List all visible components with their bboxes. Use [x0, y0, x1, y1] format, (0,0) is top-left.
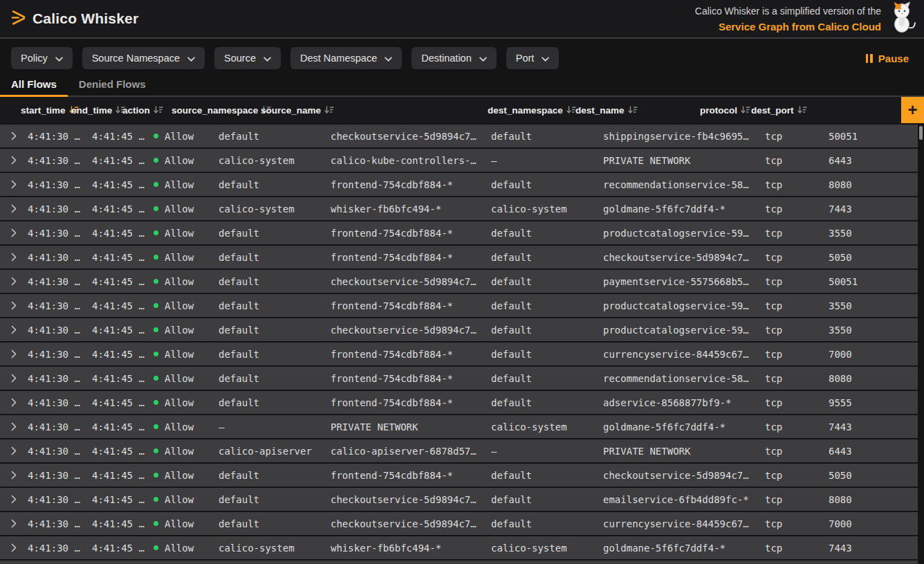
- cell-dest-port: 3550: [829, 325, 918, 336]
- filter-dropdown-source[interactable]: Source: [214, 47, 281, 69]
- filter-dropdown-port[interactable]: Port: [506, 47, 560, 69]
- cell-end-time: 4:41:45 …: [92, 203, 154, 215]
- cell-dest-name: checkoutservice-5d9894c7…: [603, 252, 765, 263]
- cell-dest-namespace: default: [491, 470, 603, 481]
- flow-row[interactable]: 4:41:30 … 4:41:45 … Allow default fronte…: [0, 246, 918, 269]
- flow-row[interactable]: 4:41:30 … 4:41:45 … Allow default checko…: [0, 318, 918, 341]
- filter-dropdown-dest-namespace[interactable]: Dest Namespace: [290, 47, 402, 69]
- expand-row-chevron-icon[interactable]: [0, 543, 28, 552]
- expand-row-chevron-icon[interactable]: [0, 301, 28, 310]
- column-header-start_time[interactable]: start_time: [21, 97, 79, 123]
- flow-row[interactable]: 4:41:30 … 4:41:45 … Allow default fronte…: [0, 464, 918, 486]
- cell-dest-namespace: default: [491, 179, 603, 190]
- cell-action: Allow: [154, 470, 219, 481]
- column-header-source_name[interactable]: source_name: [261, 97, 334, 123]
- cell-source-name: checkoutservice-5d9894c7…: [331, 494, 491, 505]
- cell-protocol: tcp: [765, 300, 829, 311]
- flow-row[interactable]: 4:41:30 … 4:41:45 … Allow default checko…: [0, 512, 918, 535]
- expand-row-chevron-icon[interactable]: [0, 277, 28, 286]
- expand-row-chevron-icon[interactable]: [0, 471, 28, 480]
- cell-dest-port: 50051: [829, 276, 918, 287]
- cell-protocol: tcp: [765, 518, 829, 529]
- flow-row[interactable]: 4:41:30 … 4:41:45 … Allow calico-system …: [0, 149, 918, 172]
- expand-row-chevron-icon[interactable]: [0, 349, 28, 358]
- flow-row[interactable]: 4:41:30 … 4:41:45 … Allow default checko…: [0, 125, 918, 147]
- filter-dropdown-source-namespace[interactable]: Source Namespace: [82, 47, 205, 69]
- column-header-dest_name[interactable]: dest_name: [575, 97, 638, 123]
- cell-end-time: 4:41:45 …: [92, 276, 154, 287]
- cell-action: Allow: [154, 252, 219, 263]
- expand-row-chevron-icon[interactable]: [0, 204, 28, 213]
- cell-source-namespace: default: [219, 131, 331, 142]
- flow-row[interactable]: 4:41:30 … 4:41:45 … Allow default fronte…: [0, 173, 918, 196]
- allow-status-dot: [154, 182, 158, 187]
- sort-icon[interactable]: [324, 106, 334, 114]
- cell-dest-port: 7443: [829, 203, 918, 215]
- flow-row[interactable]: 4:41:30 … 4:41:45 … Allow default fronte…: [0, 367, 918, 390]
- service-graph-link[interactable]: Service Graph from Calico Cloud: [695, 19, 881, 35]
- column-header-action[interactable]: action: [122, 97, 163, 123]
- cell-action: Allow: [154, 494, 219, 505]
- sort-icon[interactable]: [566, 106, 576, 114]
- sort-icon[interactable]: [741, 106, 750, 114]
- cell-protocol: tcp: [765, 543, 829, 554]
- flow-row[interactable]: 4:41:30 … 4:41:45 … Allow calico-system …: [0, 536, 918, 559]
- cell-action: Allow: [154, 179, 219, 190]
- flow-row[interactable]: 4:41:30 … 4:41:45 … Allow default fronte…: [0, 294, 918, 317]
- cell-source-name: frontend-754cdbf884-*: [331, 397, 491, 408]
- cell-dest-port: 9555: [829, 397, 918, 408]
- expand-row-chevron-icon[interactable]: [0, 253, 28, 262]
- expand-row-chevron-icon[interactable]: [0, 374, 28, 383]
- filter-dropdown-policy[interactable]: Policy: [11, 47, 73, 69]
- cell-source-namespace: calico-apiserver: [219, 446, 331, 457]
- allow-status-dot: [154, 424, 158, 429]
- expand-row-chevron-icon[interactable]: [0, 495, 28, 504]
- cell-dest-namespace: default: [491, 228, 603, 239]
- flow-row[interactable]: 4:41:30 … 4:41:45 … Allow default checko…: [0, 488, 918, 511]
- tab-denied-flows[interactable]: Denied Flows: [68, 73, 157, 97]
- sort-icon[interactable]: [154, 106, 163, 114]
- cell-start-time: 4:41:30 …: [28, 131, 92, 142]
- flow-row[interactable]: 4:41:30 … 4:41:45 … Allow default checko…: [0, 270, 918, 293]
- column-header-protocol[interactable]: protocol: [700, 97, 750, 123]
- flow-row[interactable]: 4:41:30 … 4:41:45 … Allow default fronte…: [0, 391, 918, 414]
- cell-end-time: 4:41:45 …: [92, 179, 154, 190]
- pause-button[interactable]: Pause: [866, 53, 909, 64]
- cell-start-time: 4:41:30 …: [28, 155, 92, 166]
- column-header-dest_namespace[interactable]: dest_namespace: [488, 97, 576, 123]
- app-title: Calico Whisker: [33, 10, 138, 27]
- tab-all-flows[interactable]: All Flows: [0, 73, 68, 97]
- allow-status-dot: [154, 545, 158, 550]
- column-header-end_time[interactable]: end_time: [71, 97, 125, 123]
- cell-action: Allow: [154, 155, 219, 166]
- expand-row-chevron-icon[interactable]: [0, 446, 28, 455]
- flow-row[interactable]: 4:41:30 … 4:41:45 … Allow default fronte…: [0, 221, 918, 244]
- expand-row-chevron-icon[interactable]: [0, 325, 28, 334]
- expand-row-chevron-icon[interactable]: [0, 156, 28, 165]
- expand-row-chevron-icon[interactable]: [0, 131, 28, 140]
- cell-end-time: 4:41:45 …: [92, 494, 154, 505]
- expand-row-chevron-icon[interactable]: [0, 398, 28, 407]
- column-header-source_namespace[interactable]: source_namespace: [172, 97, 271, 123]
- flow-row[interactable]: 4:41:30 … 4:41:45 … Allow default fronte…: [0, 343, 918, 365]
- expand-row-chevron-icon[interactable]: [0, 519, 28, 528]
- filter-dropdown-destination[interactable]: Destination: [412, 47, 497, 69]
- expand-row-chevron-icon[interactable]: [0, 422, 28, 431]
- flow-row[interactable]: 4:41:30 … 4:41:45 … Allow – PRIVATE NETW…: [0, 415, 918, 438]
- sort-icon[interactable]: [797, 106, 807, 114]
- sort-icon[interactable]: [628, 106, 638, 114]
- expand-row-chevron-icon[interactable]: [0, 228, 28, 237]
- cell-dest-name: checkoutservice-5d9894c7…: [603, 470, 765, 481]
- filter-toolbar: Policy Source Namespace Source Dest Name…: [0, 39, 924, 73]
- flow-row[interactable]: 4:41:30 … 4:41:45 … Allow calico-system …: [0, 197, 918, 220]
- chevron-down-icon: [542, 53, 549, 64]
- add-column-button[interactable]: +: [901, 97, 924, 123]
- expand-row-chevron-icon[interactable]: [0, 180, 28, 189]
- cell-source-name: checkoutservice-5d9894c7…: [331, 131, 491, 142]
- filter-label: Policy: [21, 53, 48, 64]
- flow-row[interactable]: 4:41:30 … 4:41:45 … Allow calico-apiserv…: [0, 439, 918, 462]
- cell-source-namespace: –: [219, 421, 331, 433]
- allow-status-dot: [154, 521, 158, 526]
- column-header-dest_port[interactable]: dest_port: [751, 97, 807, 123]
- vertical-scrollbar[interactable]: [919, 126, 923, 140]
